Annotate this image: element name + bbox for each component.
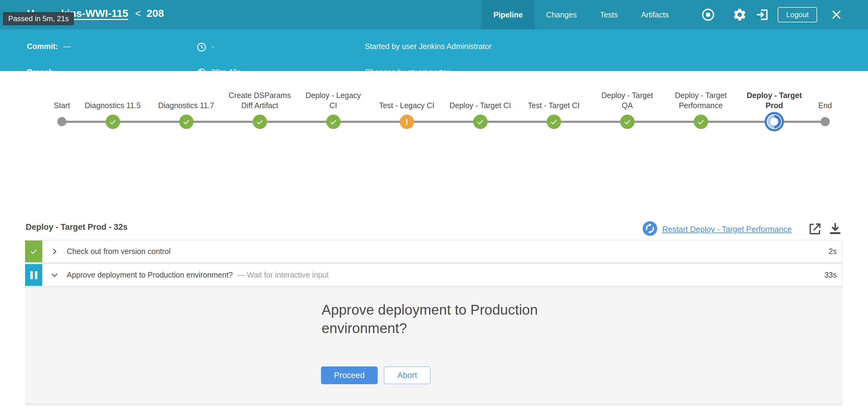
stage-label: End — [785, 100, 865, 111]
stage-label: Deploy - Target QA — [587, 90, 667, 111]
step-duration: 2s — [829, 247, 837, 256]
tab-pipeline[interactable]: Pipeline — [482, 0, 534, 29]
run-info-bar: Branch: — Commit: — 39m 42s - Changes by… — [0, 29, 868, 71]
tab-tests[interactable]: Tests — [588, 0, 629, 29]
stage-node-terminal — [57, 117, 66, 126]
restart-stage-row: Restart Deploy - Target Performance — [642, 220, 792, 238]
step-row[interactable]: Approve deployment to Production environ… — [25, 264, 842, 286]
stage-result-title: Deploy - Target Prod - 32s — [26, 223, 128, 232]
stage-node-terminal — [820, 117, 830, 126]
stage-label: Deploy - Target Performance — [661, 90, 741, 111]
download-log-icon[interactable] — [828, 221, 843, 238]
restart-stage-link[interactable]: Restart Deploy - Target Performance — [662, 225, 792, 234]
restart-icon[interactable] — [642, 220, 658, 238]
stage-label: Create DSParams Diff Artifact — [220, 90, 300, 111]
tab-changes[interactable]: Changes — [534, 0, 588, 29]
stage-label: Deploy - Target CI — [440, 100, 520, 111]
step-row[interactable]: Check out from version control2s — [25, 240, 842, 262]
commit-label: Commit: — [27, 42, 58, 51]
stage-label: Test - Target CI — [514, 100, 594, 111]
chevron-down-icon[interactable] — [50, 271, 59, 279]
started-by: Started by user Jenkins Administrator — [365, 42, 492, 51]
header-tabs: PipelineChangesTestsArtifacts — [482, 0, 681, 29]
step-paused-icon — [25, 264, 42, 286]
stage-node-success[interactable] — [179, 115, 193, 129]
logout-button[interactable]: Logout — [778, 7, 817, 22]
exit-icon[interactable] — [755, 0, 769, 29]
tab-artifacts[interactable]: Artifacts — [629, 0, 680, 29]
chevron-right-icon[interactable] — [50, 247, 59, 256]
gear-icon[interactable] — [732, 0, 747, 29]
pipeline-connector-line — [62, 121, 825, 123]
input-prompt-message: Approve deployment to Production environ… — [321, 300, 557, 337]
step-title: Approve deployment to Production environ… — [67, 270, 233, 279]
back-chevron-icon[interactable]: < — [135, 7, 141, 19]
stage-node-success[interactable] — [106, 115, 120, 129]
stage-node-success[interactable] — [620, 115, 634, 129]
step-duration: 33s — [825, 270, 837, 279]
stage-node-success[interactable] — [694, 115, 708, 129]
clock-icon — [196, 42, 207, 52]
run-number: 208 — [147, 7, 164, 19]
estimated-value: - — [211, 42, 214, 51]
header-bar: H kins-WWI-115 < 208 PipelineChangesTest… — [0, 0, 868, 29]
step-success-icon — [25, 240, 42, 262]
duration-tooltip: Passed in 5m, 21s — [3, 12, 74, 25]
stage-label: Test - Legacy CI — [367, 100, 446, 111]
input-step-panel: Approve deployment to Production environ… — [25, 288, 842, 405]
stop-build-icon[interactable] — [701, 0, 715, 29]
step-title: Check out from version control — [67, 247, 170, 256]
step-status-text: — Wait for interactive input — [237, 270, 329, 279]
close-icon[interactable] — [831, 0, 842, 29]
open-in-new-icon[interactable] — [807, 221, 823, 238]
stage-node-unstable[interactable]: ! — [400, 115, 414, 129]
stage-label: Deploy - Legacy CI — [293, 90, 373, 111]
stage-node-success[interactable] — [547, 115, 561, 129]
stage-node-running[interactable] — [765, 112, 784, 131]
stage-node-success[interactable] — [473, 115, 488, 129]
commit-value: — — [63, 42, 71, 51]
proceed-button[interactable]: Proceed — [321, 366, 378, 384]
stage-node-success[interactable] — [253, 115, 267, 129]
stage-node-success[interactable] — [326, 115, 341, 129]
stage-label: Diagnostics 11.5 — [73, 100, 153, 111]
pipeline-graph: StartDiagnostics 11.5Diagnostics 11.7Cre… — [0, 71, 868, 219]
stage-label: Diagnostics 11.7 — [146, 100, 226, 111]
step-list: Check out from version control2sApprove … — [25, 240, 842, 405]
abort-button[interactable]: Abort — [384, 366, 431, 384]
